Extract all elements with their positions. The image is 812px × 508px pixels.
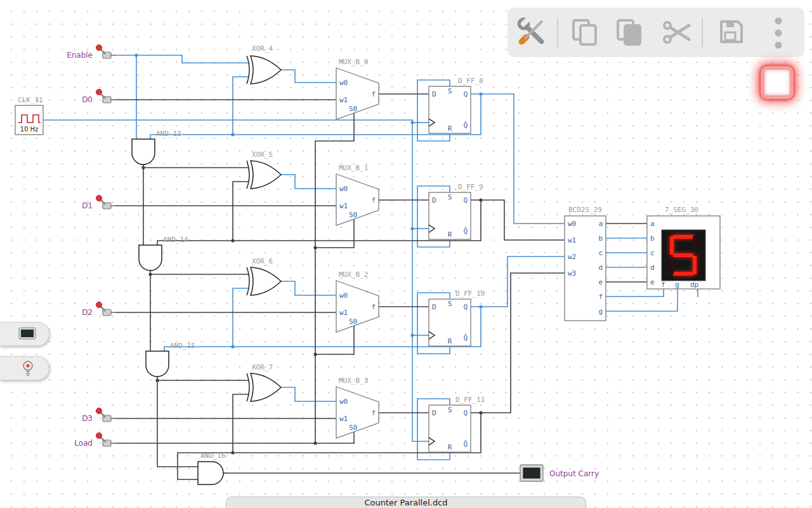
d-flipflop-9[interactable]: D_FF_9 D S Q R Q̄ — [429, 183, 483, 239]
pin-label: w0 — [339, 398, 348, 406]
wire — [471, 257, 565, 307]
pin-label: f — [598, 293, 603, 301]
pin-label: w2 — [568, 253, 576, 261]
bcd-decoder[interactable]: BCD2S_29 w0 w1 w2 w3 a b c d e f g — [565, 206, 606, 321]
d-flipflop-10[interactable]: D_FF_10 D S Q R Q̄ — [429, 290, 485, 346]
d0-label: D0 — [82, 95, 93, 104]
pin-label: a — [650, 220, 655, 228]
copy-button[interactable] — [571, 18, 599, 46]
mux-label: MUX_B_2 — [339, 271, 368, 279]
d-flipflop-8[interactable]: D_FF_8 D S Q R Q̄ — [429, 77, 483, 133]
and-gate-14[interactable]: AND_14 — [139, 236, 188, 272]
palette-item-display[interactable] — [0, 322, 49, 346]
switch-d0[interactable]: D0 — [82, 90, 115, 105]
pin-label: Q̄ — [463, 440, 468, 448]
mux-b-3[interactable]: MUX_B_3 w0 w1 S0 f — [336, 377, 379, 438]
wire — [606, 289, 664, 297]
and-gate-15[interactable]: AND_15 — [146, 342, 195, 378]
d2-label: D2 — [82, 308, 93, 317]
pin-label: c — [598, 249, 603, 257]
mux-b-1[interactable]: MUX_B_1 w0 w1 S0 f — [336, 164, 379, 225]
output-carry-label: Output Carry — [549, 469, 599, 478]
toolbar — [508, 8, 804, 57]
kebab-menu-icon — [774, 17, 783, 50]
cut-button[interactable] — [662, 20, 691, 45]
clock-component[interactable]: CLK_31 10 Hz — [15, 96, 43, 135]
display-icon — [18, 327, 37, 341]
pin-label: w0 — [568, 220, 576, 228]
output-carry-display[interactable]: Output Carry — [520, 465, 599, 481]
switch-d1[interactable]: D1 — [82, 196, 115, 211]
gate-label: XOR_6 — [252, 257, 273, 265]
switch-d3[interactable]: D3 — [82, 408, 115, 424]
save-button[interactable] — [718, 18, 745, 45]
xor-gate-4[interactable]: XOR_4 — [247, 44, 281, 84]
pin-label: S0 — [349, 105, 357, 113]
palette-item-bulb[interactable] — [0, 356, 49, 380]
pin-label: S0 — [349, 318, 357, 326]
mux-b-2[interactable]: MUX_B_2 w0 w1 S0 f — [336, 271, 379, 332]
pin-label: d — [598, 264, 603, 272]
pin-label: w0 — [339, 185, 348, 193]
mux-label: MUX_B_1 — [339, 164, 368, 172]
floppy-disk-icon — [718, 18, 745, 45]
and-gate-16[interactable]: AND_16 — [198, 451, 226, 485]
switch-load[interactable]: Load — [74, 433, 115, 448]
ff-label: D_FF_8 — [458, 77, 483, 85]
d1-label: D1 — [82, 201, 93, 210]
pin-label: b — [650, 234, 655, 243]
enable-label: Enable — [67, 51, 93, 60]
pin-label: R — [448, 124, 452, 133]
wire — [315, 326, 354, 354]
pin-label: f — [371, 303, 376, 311]
pin-label: w3 — [568, 269, 576, 277]
display-label: 7_SEG_30 — [665, 206, 698, 214]
scissors-icon — [662, 20, 691, 45]
pin-label: dp — [690, 281, 698, 289]
pin-label: a — [598, 220, 603, 228]
file-tab[interactable]: Counter Parallel.dcd — [226, 497, 586, 508]
pin-label: w1 — [339, 309, 348, 317]
and-gate-13[interactable]: AND_13 — [132, 130, 181, 166]
xor-gate-5[interactable]: XOR_5 — [247, 150, 281, 189]
pin-label: Q — [463, 409, 468, 417]
wrench-screwdriver-icon — [516, 17, 547, 47]
pin-label: e — [650, 278, 655, 286]
load-label: Load — [74, 439, 93, 448]
xor-gate-6[interactable]: XOR_6 — [247, 257, 281, 295]
switch-enable[interactable]: Enable — [67, 45, 115, 60]
wire — [606, 289, 678, 311]
seven-segment-display[interactable]: 7_SEG_30 a b c d e f g dp — [647, 206, 720, 289]
pin-label: w1 — [568, 236, 576, 244]
mux-label: MUX_B_0 — [339, 58, 368, 66]
customise-button[interactable] — [516, 17, 547, 47]
d-flipflop-11[interactable]: D_FF_11 D S Q R Q̄ — [429, 396, 485, 452]
pin-label: w1 — [339, 415, 348, 423]
pin-label: D — [432, 303, 436, 311]
circuit-canvas: CLK_31 10 Hz Enable D0 D1 D2 D3 Load XOR… — [0, 0, 812, 508]
wire — [471, 200, 565, 240]
gate-label: AND_13 — [156, 130, 181, 138]
pin-label: Q̄ — [463, 334, 468, 342]
toolbar-separator — [702, 18, 703, 47]
mux-b-0[interactable]: MUX_B_0 w0 w1 S0 f — [336, 58, 379, 119]
gate-label: XOR_4 — [252, 44, 273, 53]
copy-icon — [571, 18, 599, 46]
d3-label: D3 — [82, 414, 93, 423]
pin-label: f — [661, 281, 665, 289]
paste-button[interactable] — [615, 18, 643, 46]
switch-d2[interactable]: D2 — [82, 302, 115, 318]
menu-button[interactable] — [774, 17, 783, 50]
pin-label: Q — [463, 303, 468, 311]
pin-label: w0 — [339, 291, 348, 300]
bulb-icon — [22, 360, 34, 377]
stop-simulation-button[interactable] — [761, 66, 794, 99]
pin-label: R — [448, 231, 452, 239]
gate-label: AND_15 — [170, 342, 195, 350]
gate-label: AND_16 — [200, 451, 226, 460]
wire — [281, 175, 336, 189]
pin-label: R — [448, 443, 452, 451]
xor-gate-7[interactable]: XOR_7 — [247, 363, 281, 401]
pin-label: Q̄ — [463, 227, 468, 236]
ff-label: D_FF_11 — [455, 396, 485, 404]
